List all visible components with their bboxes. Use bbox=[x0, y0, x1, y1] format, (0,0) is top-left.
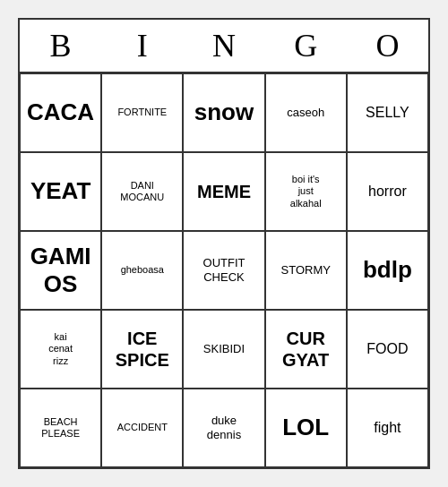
bingo-cell-9: horror bbox=[347, 152, 428, 231]
header-letter-O: O bbox=[347, 20, 428, 72]
header-letter-I: I bbox=[101, 20, 183, 72]
bingo-cell-20: BEACH PLEASE bbox=[20, 389, 101, 467]
bingo-cell-21: ACCIDENT bbox=[101, 389, 183, 467]
bingo-cell-3: caseoh bbox=[265, 73, 347, 152]
cell-text-21: ACCIDENT bbox=[117, 422, 168, 433]
bingo-header: BINGO bbox=[20, 20, 428, 73]
bingo-cell-10: GAMI OS bbox=[20, 231, 101, 310]
bingo-cell-11: gheboasa bbox=[101, 231, 183, 310]
cell-text-6: DANI MOCANU bbox=[120, 180, 164, 203]
cell-text-17: SKIBIDI bbox=[203, 342, 245, 356]
cell-text-11: gheboasa bbox=[121, 264, 164, 276]
cell-text-20: BEACH PLEASE bbox=[41, 416, 80, 440]
bingo-cell-23: LOL bbox=[265, 389, 347, 467]
bingo-cell-2: snow bbox=[183, 73, 264, 152]
bingo-cell-16: ICE SPICE bbox=[101, 310, 183, 389]
header-letter-B: B bbox=[20, 20, 101, 72]
bingo-cell-7: MEME bbox=[183, 152, 264, 231]
bingo-cell-17: SKIBIDI bbox=[183, 310, 264, 389]
cell-text-1: FORTNITE bbox=[117, 107, 167, 118]
bingo-card: BINGO CACAFORTNITEsnowcaseohSELLYYEATDAN… bbox=[18, 18, 430, 469]
cell-text-15: kai cenat rizz bbox=[48, 331, 73, 367]
bingo-cell-18: CUR GYAT bbox=[265, 310, 347, 389]
cell-text-12: OUTFIT CHECK bbox=[203, 256, 246, 284]
bingo-cell-4: SELLY bbox=[347, 73, 428, 152]
cell-text-10: GAMI OS bbox=[30, 243, 91, 298]
header-letter-N: N bbox=[183, 20, 264, 72]
cell-text-9: horror bbox=[368, 183, 407, 200]
bingo-cell-22: duke dennis bbox=[183, 389, 264, 467]
bingo-cell-12: OUTFIT CHECK bbox=[183, 231, 264, 310]
bingo-cell-0: CACA bbox=[20, 73, 101, 152]
bingo-cell-8: boi it's just alkahal bbox=[265, 152, 347, 231]
cell-text-7: MEME bbox=[197, 181, 251, 202]
cell-text-23: LOL bbox=[282, 414, 329, 441]
header-letter-G: G bbox=[265, 20, 347, 72]
bingo-cell-15: kai cenat rizz bbox=[20, 310, 101, 389]
bingo-grid: CACAFORTNITEsnowcaseohSELLYYEATDANI MOCA… bbox=[20, 73, 428, 467]
cell-text-16: ICE SPICE bbox=[116, 328, 169, 371]
cell-text-24: fight bbox=[374, 419, 401, 436]
cell-text-19: FOOD bbox=[366, 340, 408, 357]
cell-text-3: caseoh bbox=[287, 106, 324, 120]
cell-text-0: CACA bbox=[27, 98, 94, 126]
cell-text-14: bdlp bbox=[363, 256, 412, 284]
cell-text-5: YEAT bbox=[30, 177, 90, 205]
cell-text-2: snow bbox=[194, 98, 254, 126]
bingo-cell-6: DANI MOCANU bbox=[101, 152, 183, 231]
cell-text-4: SELLY bbox=[366, 104, 409, 121]
bingo-cell-24: fight bbox=[347, 389, 428, 467]
bingo-cell-13: STORMY bbox=[265, 231, 347, 310]
cell-text-18: CUR GYAT bbox=[282, 328, 329, 371]
cell-text-13: STORMY bbox=[281, 263, 331, 278]
cell-text-22: duke dennis bbox=[207, 414, 241, 441]
cell-text-8: boi it's just alkahal bbox=[290, 174, 322, 209]
bingo-cell-19: FOOD bbox=[347, 310, 428, 389]
bingo-cell-1: FORTNITE bbox=[101, 73, 183, 152]
bingo-cell-5: YEAT bbox=[20, 152, 101, 231]
bingo-cell-14: bdlp bbox=[347, 231, 428, 310]
